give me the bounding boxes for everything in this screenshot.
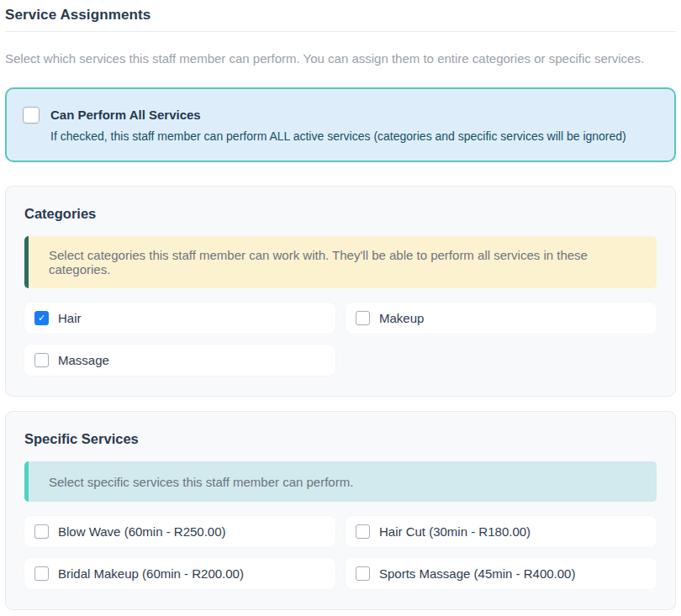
service-checkbox[interactable]: [34, 566, 49, 581]
page-title: Service Assignments: [5, 7, 676, 24]
service-label: Blow Wave (60min - R250.00): [58, 524, 226, 539]
category-checkbox[interactable]: [356, 311, 370, 325]
category-item[interactable]: Massage: [24, 345, 335, 376]
service-label: Bridal Makeup (60min - R200.00): [58, 566, 244, 581]
all-services-checkbox[interactable]: [23, 107, 40, 124]
specific-services-heading: Specific Services: [24, 431, 657, 447]
specific-services-card: Specific Services Select specific servic…: [5, 411, 676, 610]
all-services-row[interactable]: Can Perform All Services If checked, thi…: [23, 107, 657, 143]
service-checkbox[interactable]: [356, 566, 370, 581]
category-label: Hair: [58, 311, 82, 325]
categories-heading: Categories: [24, 206, 657, 222]
category-checkbox[interactable]: ✓: [34, 311, 49, 325]
service-item[interactable]: Hair Cut (30min - R180.00): [346, 516, 657, 547]
specific-services-info-text: Select specific services this staff memb…: [49, 475, 353, 489]
category-item[interactable]: Makeup: [346, 303, 657, 334]
categories-info-banner: Select categories this staff member can …: [24, 236, 657, 288]
service-label: Hair Cut (30min - R180.00): [379, 524, 531, 539]
service-item[interactable]: Blow Wave (60min - R250.00): [24, 516, 335, 547]
all-services-help-text: If checked, this staff member can perfor…: [50, 129, 626, 143]
service-assignments-page: Service Assignments Select which service…: [0, 0, 681, 610]
all-services-text: Can Perform All Services If checked, thi…: [50, 107, 626, 143]
service-checkbox[interactable]: [356, 524, 370, 539]
category-label: Makeup: [379, 311, 424, 325]
all-services-panel: Can Perform All Services If checked, thi…: [5, 87, 676, 162]
categories-checkbox-grid: ✓HairMakeupMassage: [24, 303, 657, 376]
title-divider: [5, 31, 676, 32]
service-item[interactable]: Sports Massage (45min - R400.00): [346, 558, 657, 589]
specific-services-checkbox-grid: Blow Wave (60min - R250.00)Hair Cut (30m…: [24, 516, 657, 589]
page-description: Select which services this staff member …: [5, 51, 676, 66]
service-checkbox[interactable]: [34, 524, 49, 539]
category-checkbox[interactable]: [34, 353, 49, 367]
category-item[interactable]: ✓Hair: [24, 303, 335, 334]
service-item[interactable]: Bridal Makeup (60min - R200.00): [24, 558, 335, 589]
all-services-label: Can Perform All Services: [50, 108, 626, 122]
service-label: Sports Massage (45min - R400.00): [379, 566, 575, 581]
specific-services-info-banner: Select specific services this staff memb…: [24, 461, 657, 502]
categories-card: Categories Select categories this staff …: [5, 186, 676, 397]
categories-info-text: Select categories this staff member can …: [49, 248, 641, 276]
category-label: Massage: [58, 353, 109, 367]
